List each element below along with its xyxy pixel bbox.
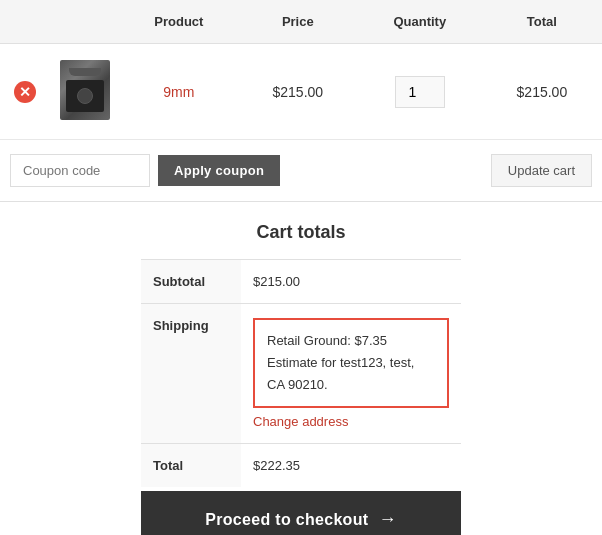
shipping-box: Retail Ground: $7.35 Estimate for test12… (253, 318, 449, 408)
product-image (60, 60, 110, 120)
proceed-to-checkout-button[interactable]: Proceed to checkout → (141, 491, 461, 535)
checkout-button-container: Proceed to checkout → (141, 491, 461, 535)
shipping-method: Retail Ground: $7.35 (267, 330, 435, 352)
total-label: Total (141, 444, 241, 488)
checkout-button-label: Proceed to checkout (205, 511, 368, 529)
shipping-label: Shipping (141, 304, 241, 444)
shipping-value-cell: Retail Ground: $7.35 Estimate for test12… (241, 304, 461, 444)
total-value: $222.35 (241, 444, 461, 488)
checkout-arrow-icon: → (378, 509, 396, 530)
product-total: $215.00 (517, 84, 568, 100)
table-row: ✕ 9mm $215.00 (0, 44, 602, 140)
product-qty-cell (358, 44, 482, 140)
remove-cell: ✕ (0, 44, 50, 140)
shipping-estimate: Estimate for test123, test, CA 90210. (267, 352, 435, 396)
update-cart-button[interactable]: Update cart (491, 154, 592, 187)
remove-item-button[interactable]: ✕ (14, 81, 36, 103)
apply-coupon-button[interactable]: Apply coupon (158, 155, 280, 186)
total-row: Total $222.35 (141, 444, 461, 488)
col-header-image (50, 0, 120, 44)
coupon-input[interactable] (10, 154, 150, 187)
cart-totals-section: Cart totals Subtotal $215.00 Shipping Re… (0, 202, 602, 535)
coupon-area: Apply coupon (10, 154, 280, 187)
product-name-cell: 9mm (120, 44, 238, 140)
subtotal-row: Subtotal $215.00 (141, 260, 461, 304)
cart-totals-table: Subtotal $215.00 Shipping Retail Ground:… (141, 259, 461, 487)
col-header-remove (0, 0, 50, 44)
subtotal-label: Subtotal (141, 260, 241, 304)
subtotal-value: $215.00 (241, 260, 461, 304)
col-header-product: Product (120, 0, 238, 44)
col-header-price: Price (238, 0, 358, 44)
product-name: 9mm (163, 84, 194, 100)
product-total-cell: $215.00 (482, 44, 602, 140)
cart-totals-title: Cart totals (256, 222, 345, 243)
col-header-total: Total (482, 0, 602, 44)
product-image-cell (50, 44, 120, 140)
col-header-quantity: Quantity (358, 0, 482, 44)
cart-table: Product Price Quantity Total ✕ (0, 0, 602, 140)
product-price-cell: $215.00 (238, 44, 358, 140)
product-price: $215.00 (272, 84, 323, 100)
cart-actions: Apply coupon Update cart (0, 140, 602, 202)
product-thumbnail (60, 60, 110, 120)
shipping-row: Shipping Retail Ground: $7.35 Estimate f… (141, 304, 461, 444)
change-address-link[interactable]: Change address (253, 414, 449, 429)
quantity-input[interactable] (395, 76, 445, 108)
